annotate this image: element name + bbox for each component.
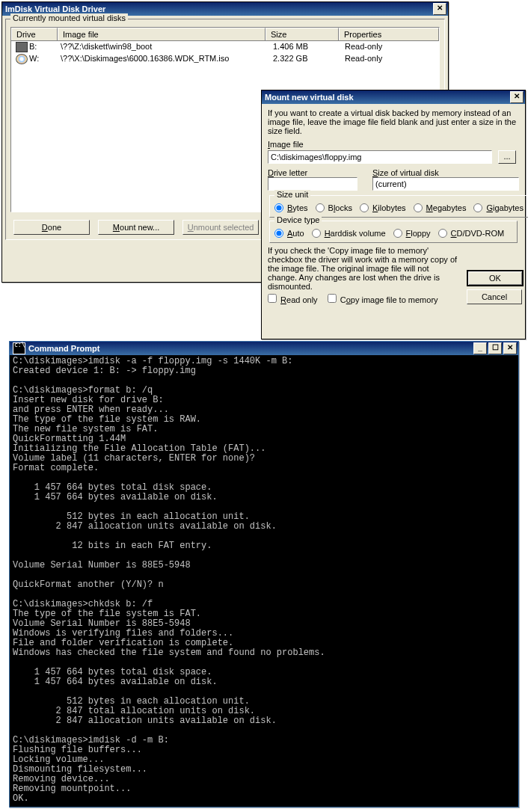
radio-kilobytes[interactable]: Kilobytes <box>360 203 406 212</box>
cmd-window: c:\ Command Prompt _ ☐ ✕ C:\diskimages>i… <box>9 341 519 808</box>
cancel-button[interactable]: Cancel <box>467 289 522 304</box>
hdr-size[interactable]: Size <box>265 28 339 40</box>
size-input[interactable] <box>372 177 519 191</box>
cmd-output[interactable]: C:\diskimages>imdisk -a -f floppy.img -s… <box>10 355 518 804</box>
device-type-legend: Device type <box>274 215 322 224</box>
drive-letter-label: Drive letter <box>268 168 307 177</box>
floppy-icon <box>16 42 28 52</box>
cell-drive: B: <box>29 42 37 51</box>
group-label: Currently mounted virtual disks <box>10 13 128 22</box>
close-icon[interactable]: ✕ <box>510 91 524 103</box>
ok-button[interactable]: OK <box>467 270 524 286</box>
minimize-icon[interactable]: _ <box>473 342 487 354</box>
copy-hint: If you check the 'Copy image file to mem… <box>268 246 459 291</box>
mount-title: Mount new virtual disk <box>265 90 509 104</box>
read-only-checkbox[interactable]: Read only <box>268 295 318 304</box>
hdr-image[interactable]: Image file <box>58 28 265 40</box>
close-icon[interactable]: ✕ <box>433 3 446 15</box>
cell-image: \??\Z:\diskett\win98_boot <box>56 41 268 53</box>
radio-bytes[interactable]: Bytes <box>274 203 308 212</box>
radio-harddisk[interactable]: Harddisk volume <box>312 229 386 238</box>
mount-titlebar[interactable]: Mount new virtual disk ✕ <box>262 90 525 104</box>
drive-letter-input[interactable] <box>268 177 357 191</box>
cell-prop: Read-only <box>340 53 439 65</box>
browse-button[interactable]: ... <box>498 150 516 164</box>
maximize-icon[interactable]: ☐ <box>488 342 502 354</box>
table-row[interactable]: W: \??\X:\Diskimages\6000.16386.WDK_RTM.… <box>11 53 439 65</box>
cmd-titlebar[interactable]: c:\ Command Prompt _ ☐ ✕ <box>10 342 518 355</box>
image-file-input[interactable] <box>268 150 492 164</box>
hdr-drive[interactable]: Drive <box>11 28 58 40</box>
copy-to-memory-checkbox[interactable]: Copy image file to memory <box>328 295 438 304</box>
close-icon[interactable]: ✕ <box>503 342 517 354</box>
terminal-icon: c:\ <box>13 342 25 354</box>
mount-new-button[interactable]: Mount new... <box>98 220 174 235</box>
cell-drive: W: <box>29 54 39 63</box>
cell-prop: Read-only <box>340 41 439 53</box>
radio-gigabytes[interactable]: Gigabytes <box>473 203 524 212</box>
size-label: Size of virtual disk <box>372 168 439 177</box>
size-unit-legend: Size unit <box>274 190 310 199</box>
list-header: Drive Image file Size Properties <box>11 28 439 41</box>
radio-cdrom[interactable]: CD/DVD-ROM <box>438 229 505 238</box>
cell-image: \??\X:\Diskimages\6000.16386.WDK_RTM.iso <box>56 53 268 65</box>
cd-icon <box>16 54 28 64</box>
table-row[interactable]: B: \??\Z:\diskett\win98_boot 1.406 MB Re… <box>11 41 439 53</box>
radio-blocks[interactable]: Blocks <box>316 203 352 212</box>
cell-size: 2.322 GB <box>268 53 340 65</box>
hint-text: If you want to create a virtual disk bac… <box>268 108 519 135</box>
cmd-title: Command Prompt <box>28 342 472 355</box>
radio-auto[interactable]: Auto <box>274 229 304 238</box>
cell-size: 1.406 MB <box>268 41 340 53</box>
unmount-button[interactable]: Unmount selected <box>182 220 259 235</box>
hdr-prop[interactable]: Properties <box>339 28 439 40</box>
radio-floppy[interactable]: Floppy <box>393 229 431 238</box>
image-file-label: Image file <box>268 140 304 149</box>
mount-window: Mount new virtual disk ✕ If you want to … <box>261 90 526 339</box>
radio-megabytes[interactable]: Megabytes <box>414 203 467 212</box>
done-button[interactable]: Done <box>13 220 90 235</box>
